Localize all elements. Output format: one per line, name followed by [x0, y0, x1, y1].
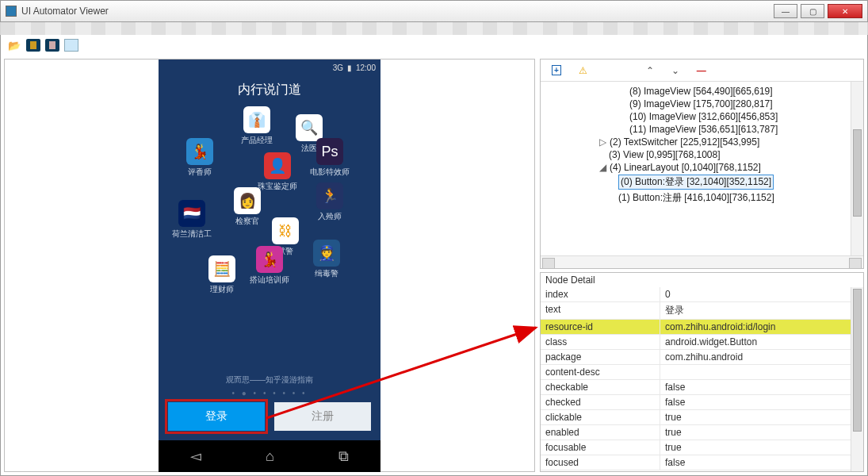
recents-icon[interactable]: ⧉ — [338, 448, 349, 465]
hierarchy-tree[interactable]: (8) ImageView [564,490][665,619](9) Imag… — [541, 82, 863, 255]
detail-row[interactable]: clickabletrue — [541, 410, 863, 425]
window-titlebar: UI Automator Viewer — ▢ ✕ — [0, 0, 868, 22]
back-icon[interactable]: ◅ — [190, 447, 201, 465]
app-icon-3: 👤珠宝鉴定师 — [254, 152, 301, 192]
page-dots: • ● • • • • • • — [159, 389, 380, 397]
tree-row[interactable]: (1) Button:注册 [416,1040][736,1152] — [542, 190, 862, 205]
detail-row[interactable]: checkedfalse — [541, 395, 863, 410]
device-frame: 3G ▮ 12:00 内行说门道 👔产品经理🔍法医💃评香师👤珠宝鉴定师Ps电影特… — [159, 60, 380, 472]
detail-scrollbar-v[interactable] — [851, 287, 863, 471]
detail-row[interactable]: classandroid.widget.Button — [541, 335, 863, 350]
tree-row[interactable]: ◢(4) LinearLayout [0,1040][768,1152] — [542, 161, 862, 174]
decor-strip — [0, 22, 868, 35]
tree-row[interactable]: (9) ImageView [175,700][280,817] — [542, 98, 862, 110]
app-icon-11: 👮缉毒警 — [303, 240, 350, 279]
app-icon-8: 🏃入殓师 — [306, 182, 354, 222]
detail-header: Node Detail — [541, 273, 863, 287]
detail-row[interactable]: resource-idcom.zhihu.android:id/login — [541, 320, 863, 335]
status-bar: 3G ▮ 12:00 — [159, 60, 380, 75]
tree-toolbar: + ⌃ ⌄ — — [541, 60, 863, 82]
signal-label: 3G — [333, 63, 343, 72]
detail-row[interactable]: index0 — [541, 287, 863, 302]
tree-row[interactable]: (11) ImageView [536,651][613,787] — [542, 123, 862, 136]
tree-scrollbar-h[interactable] — [541, 255, 863, 268]
register-button[interactable]: 注册 — [274, 402, 371, 431]
tree-row[interactable]: ▷(2) TextSwitcher [225,912][543,995] — [542, 136, 862, 148]
home-icon[interactable]: ⌂ — [266, 448, 274, 465]
chevron-up-icon[interactable]: ⌃ — [646, 65, 654, 76]
device-screen: 3G ▮ 12:00 内行说门道 👔产品经理🔍法医💃评香师👤珠宝鉴定师Ps电影特… — [159, 60, 380, 440]
battery-icon: ▮ — [347, 63, 352, 72]
detail-row[interactable]: enabledtrue — [541, 425, 863, 440]
detail-row[interactable]: focusedfalse — [541, 455, 863, 470]
detail-row[interactable]: content-desc — [541, 365, 863, 380]
detail-row[interactable]: packagecom.zhihu.android — [541, 350, 863, 365]
tree-row[interactable]: (3) View [0,995][768,1008] — [542, 148, 862, 161]
app-icon-4: Ps电影特效师 — [306, 138, 354, 178]
device-screenshot-icon[interactable] — [26, 39, 40, 52]
open-icon[interactable] — [7, 39, 21, 52]
app-icon-2: 💃评香师 — [176, 138, 224, 178]
right-panels: + ⌃ ⌄ — (8) ImageView [564,490][665,619]… — [540, 59, 864, 472]
app-icon-10: 💃搭讪培训师 — [246, 246, 293, 286]
login-button[interactable]: 登录 — [168, 402, 265, 431]
tree-row[interactable]: (0) Button:登录 [32,1040][352,1152] — [542, 174, 862, 190]
main-toolbar — [0, 35, 868, 56]
maximize-button[interactable]: ▢ — [801, 4, 824, 18]
detail-row[interactable]: text登录 — [541, 302, 863, 320]
app-icon-9: 🧮理财师 — [198, 255, 246, 295]
app-icon-0: 👔产品经理 — [233, 106, 281, 146]
android-navbar: ◅ ⌂ ⧉ — [159, 440, 380, 472]
collapse-icon[interactable]: — — [697, 65, 706, 76]
tagline: 观而思——知乎漫游指南 — [159, 374, 380, 386]
device-dump-icon[interactable] — [45, 39, 59, 52]
detail-row[interactable]: checkablefalse — [541, 380, 863, 395]
tree-row[interactable]: (8) ImageView [564,490][665,619] — [542, 85, 862, 98]
detail-row[interactable]: focusabletrue — [541, 440, 863, 455]
clock-label: 12:00 — [356, 63, 376, 72]
screenshot-pane: 3G ▮ 12:00 内行说门道 👔产品经理🔍法医💃评香师👤珠宝鉴定师Ps电影特… — [4, 59, 535, 472]
chevron-down-icon[interactable]: ⌄ — [671, 65, 679, 76]
screen-headline: 内行说门道 — [159, 82, 380, 98]
window-title: UI Automator Viewer — [21, 6, 109, 17]
tree-scrollbar-v[interactable] — [851, 82, 863, 255]
app-icon-5: 🇳🇱荷兰清洁工 — [168, 200, 216, 240]
app-grid: 👔产品经理🔍法医💃评香师👤珠宝鉴定师Ps电影特效师🇳🇱荷兰清洁工👩检察官⛓狱警🏃… — [159, 106, 380, 373]
warning-icon[interactable] — [579, 65, 587, 76]
close-button[interactable]: ✕ — [828, 4, 862, 18]
detail-grid: index0text登录resource-idcom.zhihu.android… — [541, 287, 863, 471]
save-icon[interactable] — [64, 39, 78, 52]
client-area: 3G ▮ 12:00 内行说门道 👔产品经理🔍法医💃评香师👤珠宝鉴定师Ps电影特… — [0, 56, 868, 476]
node-detail-pane: Node Detail index0text登录resource-idcom.z… — [540, 272, 864, 472]
tree-row[interactable]: (10) ImageView [312,660][456,853] — [542, 110, 862, 123]
expand-all-icon[interactable]: + — [552, 65, 561, 75]
app-icon — [6, 6, 17, 17]
minimize-button[interactable]: — — [774, 4, 797, 18]
button-row: 登录 注册 — [159, 402, 380, 440]
hierarchy-pane: + ⌃ ⌄ — (8) ImageView [564,490][665,619]… — [540, 59, 864, 269]
